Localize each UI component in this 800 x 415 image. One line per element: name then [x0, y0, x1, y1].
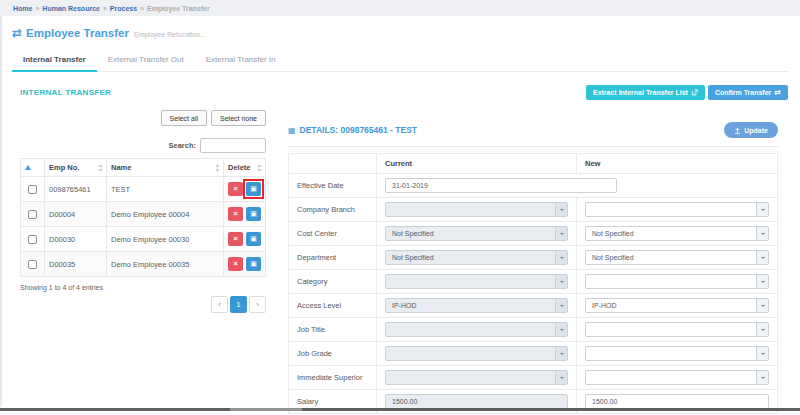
breadcrumb-separator: »: [35, 5, 39, 12]
column-header-select[interactable]: [21, 159, 45, 177]
select-none-button[interactable]: Select none: [211, 110, 266, 126]
row-select-cell: [21, 252, 45, 277]
details-column-current: Current: [377, 154, 577, 174]
horizontal-scrollbar-thumb[interactable]: [230, 408, 302, 411]
row-details-button[interactable]: ▣: [246, 207, 261, 221]
update-button[interactable]: Update: [724, 122, 778, 138]
cost-center-current-select: Not Specified: [385, 226, 568, 241]
access-level-new-select[interactable]: IP-HOD: [585, 298, 769, 313]
breadcrumb-item[interactable]: Process: [110, 5, 137, 12]
divider: [288, 146, 778, 147]
company-branch-current-select: [385, 202, 568, 217]
delete-row-button[interactable]: ×: [228, 182, 243, 196]
job-title-current-select: [385, 322, 568, 337]
sort-asc-icon: [25, 165, 31, 170]
chevron-down-icon: [756, 275, 768, 288]
tab-internal-transfer[interactable]: Internal Transfer: [12, 50, 97, 72]
category-new-select[interactable]: [585, 274, 769, 289]
transfer-icon: ⇄: [12, 26, 22, 40]
field-label-department: Department: [289, 246, 377, 270]
row-details-button[interactable]: ▣: [246, 257, 261, 271]
chevron-down-icon: [756, 251, 768, 264]
pagination-next-button[interactable]: ›: [249, 296, 266, 313]
company-branch-new-select[interactable]: [585, 202, 769, 217]
field-new-category: [577, 270, 778, 294]
emp-no-cell: D00030: [45, 227, 107, 252]
details-title: DETAILS: 0098765461 - TEST: [300, 125, 417, 135]
salary-current-input: [385, 394, 568, 409]
details-row: Access LevelIP-HODIP-HOD: [289, 294, 778, 318]
field-label-job-title: Job Title: [289, 318, 377, 342]
chevron-down-icon: [555, 299, 567, 312]
chevron-down-icon: [555, 203, 567, 216]
page-header: ⇄ Employee Transfer Employee Relocation.…: [10, 26, 788, 40]
search-input[interactable]: [200, 138, 266, 153]
details-corner-cell: [289, 154, 377, 174]
column-header-delete[interactable]: Delete: [224, 159, 266, 177]
breadcrumb-item[interactable]: Home: [13, 5, 32, 12]
department-new-select[interactable]: Not Specified: [585, 250, 769, 265]
field-new-job-grade: [577, 342, 778, 366]
breadcrumb-separator: »: [140, 5, 144, 12]
field-current-immediate-superior: [377, 366, 577, 390]
sort-both-icon: [215, 164, 220, 172]
select-value: IP-HOD: [386, 302, 555, 309]
select-value: Not Specified: [586, 230, 756, 237]
select-value: Not Specified: [586, 254, 756, 261]
salary-new-input[interactable]: [585, 394, 769, 409]
external-link-icon: [691, 89, 698, 96]
emp-no-cell: D00035: [45, 252, 107, 277]
job-grade-new-select[interactable]: [585, 346, 769, 361]
delete-row-button[interactable]: ×: [228, 207, 243, 221]
confirm-transfer-button[interactable]: Confirm Transfer ⇄: [708, 85, 788, 100]
table-row: D00030Demo Employee 00030×▣: [21, 227, 266, 252]
delete-row-button[interactable]: ×: [228, 232, 243, 246]
sort-both-icon: [257, 164, 262, 172]
field-new-job-title: [577, 318, 778, 342]
cost-center-new-select[interactable]: Not Specified: [585, 226, 769, 241]
pagination-prev-button[interactable]: ‹: [211, 296, 228, 313]
table-row: D00004Demo Employee 00004×▣: [21, 202, 266, 227]
field-new-department: Not Specified: [577, 246, 778, 270]
name-cell: Demo Employee 00004: [107, 202, 224, 227]
row-actions: ×▣: [228, 232, 261, 246]
tab-external-transfer-in[interactable]: External Transfer In: [195, 50, 287, 71]
effective-date-input[interactable]: [385, 178, 617, 193]
row-details-button[interactable]: ▣: [246, 182, 261, 196]
access-level-current-select: IP-HOD: [385, 298, 568, 313]
field-label-company-branch: Company Branch: [289, 198, 377, 222]
select-all-button[interactable]: Select all: [161, 110, 207, 126]
column-header-name[interactable]: Name: [107, 159, 224, 177]
emp-no-cell: 0098765461: [45, 177, 107, 202]
row-select-cell: [21, 177, 45, 202]
row-checkbox[interactable]: [28, 210, 37, 219]
row-details-button[interactable]: ▣: [246, 232, 261, 246]
chevron-down-icon: [555, 347, 567, 360]
delete-row-button[interactable]: ×: [228, 257, 243, 271]
breadcrumb: Home»Human Resource»Process»Employee Tra…: [0, 0, 800, 16]
extract-internal-transfer-list-button[interactable]: Extract Internal Transfer List: [586, 85, 705, 100]
row-checkbox[interactable]: [28, 185, 37, 194]
field-label-access-level: Access Level: [289, 294, 377, 318]
row-checkbox[interactable]: [28, 260, 37, 269]
pagination-page-1-button[interactable]: 1: [230, 296, 247, 313]
column-header-emp-no[interactable]: Emp No.: [45, 159, 107, 177]
immediate-superior-new-select[interactable]: [585, 370, 769, 385]
field-current-company-branch: [377, 198, 577, 222]
row-checkbox[interactable]: [28, 235, 37, 244]
horizontal-scrollbar[interactable]: [0, 408, 800, 411]
field-current-job-title: [377, 318, 577, 342]
details-row: Job Grade: [289, 342, 778, 366]
chevron-down-icon: [555, 251, 567, 264]
table-row: 0098765461TEST×▣: [21, 177, 266, 202]
chevron-down-icon: [555, 275, 567, 288]
sidebar-edge: [0, 16, 2, 407]
chevron-down-icon: [756, 203, 768, 216]
tab-external-transfer-out[interactable]: External Transfer Out: [97, 50, 195, 71]
row-actions: ×▣: [228, 257, 261, 271]
details-row: Cost CenterNot SpecifiedNot Specified: [289, 222, 778, 246]
job-title-new-select[interactable]: [585, 322, 769, 337]
details-column-new: New: [577, 154, 778, 174]
field-current-job-grade: [377, 342, 577, 366]
breadcrumb-item[interactable]: Human Resource: [42, 5, 100, 12]
